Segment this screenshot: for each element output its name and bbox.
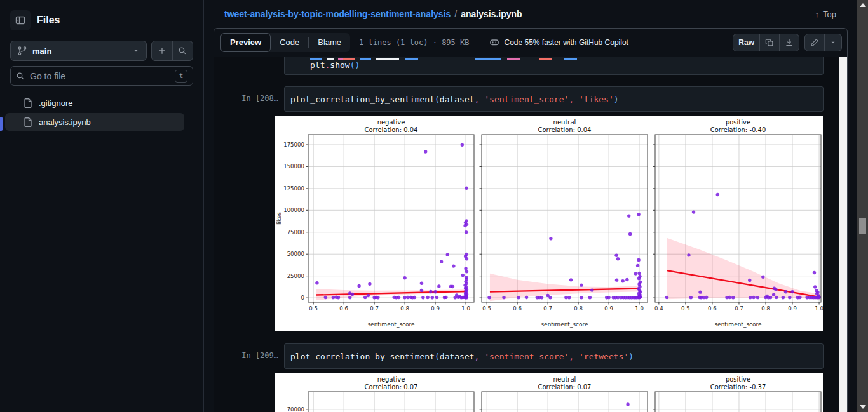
svg-text:0.9: 0.9 bbox=[604, 305, 613, 312]
toolbar-right-actions: Raw bbox=[733, 34, 842, 51]
svg-text:1.0: 1.0 bbox=[461, 305, 470, 312]
svg-text:0.5: 0.5 bbox=[482, 305, 491, 312]
tab-blame[interactable]: Blame bbox=[309, 33, 350, 52]
download-raw-button[interactable] bbox=[779, 34, 799, 51]
svg-text:0.8: 0.8 bbox=[761, 305, 770, 312]
file-tree: .gitignore analysis.ipynb bbox=[5, 94, 184, 132]
download-icon bbox=[785, 38, 794, 47]
file-toolbar: Preview Code Blame 1 lines (1 loc) · 895… bbox=[214, 29, 847, 56]
search-icon bbox=[178, 46, 187, 55]
scroll-to-top-link[interactable]: ↑ Top bbox=[815, 10, 836, 19]
scrollbar-thumb[interactable] bbox=[859, 218, 866, 234]
chevron-down-icon bbox=[830, 39, 836, 46]
edit-dropdown-button[interactable] bbox=[824, 34, 841, 51]
svg-text:0.9: 0.9 bbox=[431, 305, 440, 312]
arrow-up-icon: ↑ bbox=[815, 10, 820, 19]
edit-actions-group bbox=[804, 34, 842, 51]
svg-text:neutral: neutral bbox=[553, 119, 576, 126]
chart-output-retweets: 0.50.60.70.80.91.00100002000030000400005… bbox=[275, 373, 823, 412]
svg-text:negative: negative bbox=[377, 376, 405, 383]
svg-text:70000: 70000 bbox=[287, 406, 304, 412]
svg-text:0.8: 0.8 bbox=[574, 305, 583, 312]
svg-text:0.7: 0.7 bbox=[370, 305, 379, 312]
selected-file-indicator bbox=[0, 117, 3, 131]
svg-text:50000: 50000 bbox=[287, 251, 304, 257]
copilot-promo-text: Code 55% faster with GitHub Copilot bbox=[504, 38, 628, 47]
preview-scrollbar[interactable] bbox=[839, 57, 847, 412]
cell-execution-label: In [208… bbox=[227, 94, 278, 103]
chevron-down-icon bbox=[132, 47, 140, 55]
copilot-promo[interactable]: Code 55% faster with GitHub Copilot bbox=[489, 37, 628, 48]
svg-text:Correlation: 0.07: Correlation: 0.07 bbox=[538, 383, 592, 390]
tab-code[interactable]: Code bbox=[271, 33, 308, 52]
code-cell-partial: plt.show() bbox=[284, 57, 824, 75]
breadcrumb-separator: / bbox=[454, 9, 457, 19]
edit-file-button[interactable] bbox=[805, 34, 824, 51]
go-to-file-search[interactable]: t bbox=[10, 66, 193, 86]
file-view-container: Preview Code Blame 1 lines (1 loc) · 895… bbox=[214, 28, 848, 412]
file-info-text: 1 lines (1 loc) · 895 KB bbox=[359, 38, 469, 47]
go-to-file-input[interactable] bbox=[30, 71, 170, 81]
svg-text:125000: 125000 bbox=[283, 185, 304, 192]
svg-text:Correlation: -0.37: Correlation: -0.37 bbox=[710, 383, 766, 390]
svg-text:0.5: 0.5 bbox=[681, 305, 690, 312]
sidebar-header: Files bbox=[10, 10, 60, 30]
svg-text:0: 0 bbox=[301, 295, 304, 301]
svg-text:likes: likes bbox=[276, 212, 282, 225]
file-header: tweet-analysis-by-topic-modelling-sentim… bbox=[214, 0, 848, 28]
svg-text:75000: 75000 bbox=[287, 229, 304, 236]
file-tree-sidebar: Files main bbox=[0, 0, 204, 412]
view-mode-tabs: Preview Code Blame bbox=[220, 33, 350, 52]
breadcrumb-file-name: analysis.ipynb bbox=[461, 9, 522, 19]
scrollbar-up-arrow[interactable] bbox=[860, 3, 866, 7]
keyboard-shortcut-badge: t bbox=[175, 70, 187, 83]
code-line: plot_correlation_by_sentiment(dataset, '… bbox=[285, 87, 823, 105]
file-row-gitignore[interactable]: .gitignore bbox=[5, 94, 184, 112]
svg-text:150000: 150000 bbox=[283, 163, 304, 169]
svg-text:0.6: 0.6 bbox=[708, 305, 717, 312]
search-tree-button[interactable] bbox=[173, 41, 193, 60]
copilot-icon bbox=[489, 37, 499, 48]
svg-text:Correlation: 0.04: Correlation: 0.04 bbox=[538, 126, 592, 133]
svg-text:175000: 175000 bbox=[283, 142, 304, 148]
cell-execution-label: In [209… bbox=[227, 351, 278, 360]
chart-output-likes: 0.50.60.70.80.91.00250005000075000100000… bbox=[275, 116, 823, 331]
scrollbar-down-arrow[interactable] bbox=[860, 405, 866, 409]
git-branch-icon bbox=[17, 46, 27, 56]
code-line: plt.show() bbox=[285, 60, 823, 70]
code-line: plot_correlation_by_sentiment(dataset, '… bbox=[285, 344, 823, 362]
svg-text:100000: 100000 bbox=[283, 207, 304, 213]
svg-text:sentiment_score: sentiment_score bbox=[541, 321, 588, 328]
browser-scrollbar[interactable] bbox=[857, 0, 868, 412]
notebook-preview: plt.show() In [208… plot_correlation_by_… bbox=[214, 57, 847, 412]
svg-text:0.9: 0.9 bbox=[788, 305, 797, 312]
tab-preview[interactable]: Preview bbox=[220, 33, 271, 52]
branch-name: main bbox=[32, 46, 127, 56]
svg-text:0.7: 0.7 bbox=[735, 305, 743, 312]
raw-button[interactable]: Raw bbox=[733, 34, 759, 51]
svg-text:Correlation: 0.04: Correlation: 0.04 bbox=[365, 126, 418, 133]
svg-text:Correlation: -0.40: Correlation: -0.40 bbox=[710, 126, 766, 133]
svg-text:Correlation: 0.07: Correlation: 0.07 bbox=[365, 383, 418, 390]
svg-text:0.4: 0.4 bbox=[654, 305, 663, 312]
file-name: analysis.ipynb bbox=[39, 117, 91, 127]
new-file-button[interactable] bbox=[152, 41, 173, 60]
svg-text:sentiment_score: sentiment_score bbox=[367, 321, 415, 328]
svg-text:sentiment_score: sentiment_score bbox=[714, 321, 762, 328]
raw-actions-group: Raw bbox=[733, 34, 799, 51]
file-icon bbox=[23, 98, 33, 108]
file-name: .gitignore bbox=[39, 98, 72, 108]
plus-icon bbox=[158, 46, 166, 55]
copy-raw-button[interactable] bbox=[759, 34, 779, 51]
svg-text:positive: positive bbox=[726, 376, 750, 383]
collapse-file-tree-button[interactable] bbox=[10, 10, 31, 30]
copy-icon bbox=[765, 38, 774, 47]
breadcrumb-repo-link[interactable]: tweet-analysis-by-topic-modelling-sentim… bbox=[224, 9, 451, 19]
branch-selector[interactable]: main bbox=[10, 41, 147, 61]
sidebar-title: Files bbox=[37, 15, 60, 26]
code-cell-208: plot_correlation_by_sentiment(dataset, '… bbox=[284, 86, 824, 112]
file-icon bbox=[23, 117, 33, 127]
svg-text:1.0: 1.0 bbox=[815, 305, 823, 312]
tree-actions bbox=[151, 41, 193, 61]
file-row-analysis-ipynb[interactable]: analysis.ipynb bbox=[5, 113, 184, 131]
